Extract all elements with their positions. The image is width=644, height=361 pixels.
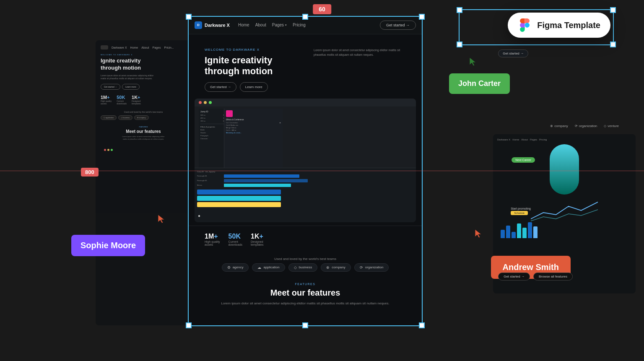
tl-bar-cyan	[224, 184, 291, 187]
bg-logo-text-left: Darkware X	[112, 46, 127, 49]
org-company: ⊕ company	[550, 124, 568, 128]
features-tag: FEATURES	[205, 283, 406, 286]
logo-icon: D	[195, 21, 202, 29]
hero-left-col: WELCOME TO DARKWARE X Ignite creativity …	[205, 48, 305, 92]
nav-about[interactable]: About	[255, 23, 266, 27]
chevron-down-icon: ▾	[285, 23, 287, 27]
stat-50k: 50K Currentdownloads	[229, 233, 242, 246]
figma-badge-text: Figma Template	[537, 21, 600, 30]
tl-row-2: Rectangle 83	[197, 179, 413, 182]
main-logo: D Darkware X	[195, 21, 230, 29]
bg-card-title-left: Ignite creativitythrough motion	[101, 57, 186, 72]
nav-pricing[interactable]: Pricing	[293, 23, 306, 27]
color-bars	[197, 190, 413, 207]
cursor-red-left	[157, 214, 166, 226]
start-promoting-label: Start promoting	[511, 207, 531, 210]
hero-get-started-btn[interactable]: Get started →	[205, 82, 236, 92]
bg-nav-home: Home	[130, 46, 138, 49]
pink-color-swatch	[226, 110, 233, 117]
schedule-btn[interactable]: Schedule	[511, 211, 528, 215]
hero-learn-more-btn[interactable]: Learn more	[240, 82, 268, 92]
nav-pages-dropdown[interactable]: Pages ▾	[272, 23, 287, 27]
bg-card-left: Darkware X Home About Pages Pricin... WE…	[96, 40, 191, 325]
logo-text: Darkware X	[205, 23, 230, 28]
badge-handle-br	[610, 42, 616, 47]
features-title: Meet our features	[205, 288, 406, 298]
tl-row-1: Rectangle 84	[197, 174, 413, 178]
bg-dots-bottom	[101, 149, 186, 151]
org-venture: ◇ venture	[604, 124, 619, 128]
hero-right-desc: Lorem ipsum dolor sit amet consectetur a…	[314, 48, 406, 92]
bar-3	[512, 232, 516, 238]
badge-sixty: 60	[313, 4, 331, 14]
bg-logo-left	[101, 45, 108, 49]
color-bar-yellow	[197, 202, 281, 207]
bg-features-sm: FEATURES Meet our features Lorem ipsum d…	[101, 126, 186, 140]
bg-stat-1: 1M+ High qualityassets	[101, 95, 112, 105]
bottom-btns-row: Get started → Browse all features	[498, 273, 573, 280]
timeline-area: Comp ID trim_figsjump Rectangle 84 Recta…	[195, 168, 416, 222]
bg-learn-more-btn[interactable]: Learn more	[122, 84, 140, 90]
bg-nav-left: Darkware X Home About Pages Pricin...	[101, 45, 186, 49]
right-nav-pages: Pages	[530, 138, 537, 141]
next-career-btn[interactable]: Next Career	[512, 157, 535, 163]
pills-row: ⚙ agency ☁ application ◇ business ⊕ comp…	[188, 263, 423, 276]
welcome-tag: WELCOME TO DARKWARE X	[205, 48, 305, 52]
dot-green	[209, 101, 212, 104]
gradient-teal-shape	[550, 144, 579, 195]
bar-4	[517, 223, 521, 238]
tl-bar-blue	[224, 174, 299, 178]
pill-business[interactable]: ◇ business	[288, 263, 318, 272]
main-card: D Darkware X Home About Pages ▾ Pricing …	[188, 16, 423, 326]
right-nav-home: Home	[512, 138, 519, 141]
organization-icon: ⟳	[360, 265, 363, 270]
right-nav-pricing: Pricing	[539, 138, 547, 141]
property-row-3: Merge Videos	[226, 127, 281, 129]
org-labels-row: ⊕ company ⟳ organization ◇ venture	[550, 124, 619, 128]
property-row-blue: Marketing & consts...	[226, 132, 281, 134]
cursor-arrow-top-right	[469, 57, 477, 68]
bg-get-started-btn[interactable]: Get started →	[101, 84, 120, 90]
hero-section: WELCOME TO DARKWARE X Ignite creativity …	[188, 34, 423, 92]
bar-5	[522, 228, 527, 238]
pill-company[interactable]: ⊕ company	[321, 263, 351, 272]
start-promoting-area: Start promoting Schedule	[511, 207, 531, 215]
pill-application[interactable]: ☁ application	[252, 263, 285, 272]
bar-7	[533, 226, 538, 238]
nav-home[interactable]: Home	[238, 23, 249, 27]
bg-pills-row: ⬡ application ◇ business ⊕ company	[101, 115, 186, 120]
business-icon: ◇	[294, 265, 297, 270]
dot-red	[199, 101, 202, 104]
dot-red-sm	[104, 149, 106, 151]
figma-top-bar	[195, 99, 416, 106]
used-loved-section: Used and loved by the world's best teams	[188, 253, 423, 263]
bg-nav-about: About	[141, 46, 149, 49]
tl-bar-blue-2	[224, 179, 308, 182]
hero-btns: Get started → Learn more	[205, 82, 305, 92]
stat-1k: 1K+ Designedtemplates	[251, 233, 263, 246]
bottom-get-started-btn[interactable]: Get started →	[498, 273, 530, 280]
badge-handle-tr	[610, 7, 616, 13]
bottom-browse-btn[interactable]: Browse all features	[533, 273, 573, 280]
bg-body-text-left: Lorem ipsum dolor sit amet consectetur a…	[101, 74, 186, 81]
badge-handle-bl	[457, 42, 462, 47]
effects-panel-title: Effects & Conference	[226, 119, 281, 121]
property-row-1: Col. Connection▶	[226, 122, 281, 124]
play-icon[interactable]: ●	[198, 213, 200, 218]
hero-title: Ignite creativity through motion	[205, 55, 305, 77]
pill-agency[interactable]: ⚙ agency	[222, 263, 249, 272]
org-organization: ⟳ organization	[575, 124, 597, 128]
figma-screenshot-area: Jump ID 340 cx340 cx 460 cx100 ch 160 cx…	[195, 99, 416, 222]
venture-org-icon: ◇	[604, 124, 606, 128]
get-started-sm-btn[interactable]: Get started →	[498, 49, 528, 57]
stat-1m: 1M+ High qualityassets	[205, 233, 220, 246]
features-section: FEATURES Meet our features Lorem ipsum d…	[188, 276, 423, 306]
pill-organization[interactable]: ⟳ organization	[354, 263, 389, 272]
nav-get-started-btn[interactable]: Get started →	[380, 21, 416, 30]
bg-welcome-tag: WELCOME TO DARKWARE X	[101, 54, 186, 56]
tl-row-3: Motion	[197, 184, 413, 187]
right-ui-nav: Darkware X Home About Pages Pricing	[497, 138, 631, 141]
dot-yellow-sm	[107, 149, 109, 151]
bg-pill-business: ◇ business	[118, 115, 132, 120]
badge-eight-hundred: 800	[81, 168, 99, 177]
